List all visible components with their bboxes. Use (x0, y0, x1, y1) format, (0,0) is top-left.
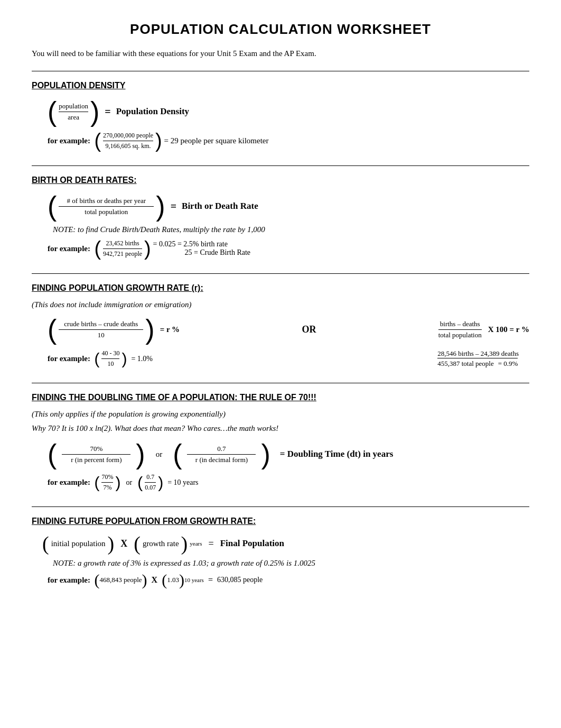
dt-ex-right-fraction: 0.7 0.07 (145, 473, 156, 492)
gr-ex-denominator: 10 (107, 360, 114, 368)
dt-example-label: for example: (48, 478, 90, 487)
growth-rate-title: FINDING POPULATION GROWTH RATE (r): (32, 283, 529, 293)
dt-ex-or: or (126, 478, 132, 487)
close-paren-fp1: ) (108, 533, 115, 554)
pd-result: Population Density (116, 106, 189, 117)
doubling-time-title: FINDING THE DOUBLING TIME OF A POPULATIO… (32, 393, 529, 402)
pd-ex-numerator: 270,000,000 people (103, 132, 153, 141)
dt-left-num: 70% (62, 445, 130, 455)
close-paren-dt1: ) (136, 440, 145, 468)
dt-or-label: or (156, 450, 163, 459)
close-paren-dt2: ) (261, 440, 270, 468)
bd-denominator: total population (85, 208, 128, 216)
gr-right-numerator: births – deaths (438, 320, 482, 330)
open-paren-fpex2: ( (162, 572, 167, 588)
close-paren-gr1: ) (145, 316, 154, 343)
fp-result: Final Population (220, 538, 284, 549)
close-paren-bd1: ) (156, 192, 165, 220)
open-paren-fp2: ( (134, 533, 141, 554)
fp-ex-initial: 468,843 people (99, 576, 142, 584)
fp-growth: growth rate (143, 539, 179, 548)
bd-ex-numerator: 23,452 births (103, 239, 142, 249)
open-paren-bd2: ( (94, 238, 101, 259)
gr-right-formula: births – deaths total population X 100 =… (438, 320, 529, 339)
open-paren-grex: ( (94, 351, 99, 367)
future-population-section: FINDING FUTURE POPULATION FROM GROWTH RA… (32, 517, 529, 588)
fp-initial: initial population (51, 539, 106, 548)
fp-ex-result: 630,085 people (217, 576, 263, 584)
gr-right-denominator: total population (438, 331, 482, 339)
dt-right-num: 0.7 (187, 445, 256, 455)
doubling-equation-row: ( 70% r (in percent form) ) or ( 0.7 r (… (48, 440, 529, 468)
growth-rate-subtitle: (This does not include immigration or em… (32, 300, 529, 309)
close-paren-fpex1: ) (142, 572, 147, 588)
or-label: OR (302, 324, 316, 335)
close-paren-dtex2: ) (158, 475, 163, 491)
gr-left-numerator: crude births – crude deaths (59, 320, 143, 330)
open-paren-dt1: ( (48, 440, 57, 468)
fp-ex-equals: = (208, 575, 213, 585)
pd-example-fraction: 270,000,000 people 9,166,605 sq. km. (103, 132, 153, 150)
pd-example-row: for example: ( 270,000,000 people 9,166,… (48, 131, 529, 151)
bd-result2: 25 = Crude Birth Rate (185, 248, 251, 257)
close-paren-1: ) (90, 98, 99, 125)
dt-left-fraction: 70% r (in percent form) (62, 445, 130, 464)
gr-ex-result: = 1.0% (131, 355, 153, 363)
bd-result1: = 0.025 = 2.5% birth rate (153, 240, 251, 248)
pd-denominator: area (68, 113, 79, 122)
future-pop-title: FINDING FUTURE POPULATION FROM GROWTH RA… (32, 517, 529, 526)
bd-numerator: # of births or deaths per year (59, 197, 154, 207)
dt-ex-result: = 10 years (167, 478, 198, 487)
bd-example-row: for example: ( 23,452 births 942,721 peo… (48, 238, 529, 259)
fp-note: NOTE: a growth rate of 3% is expressed a… (53, 559, 529, 568)
dt-ex-right-den: 0.07 (145, 484, 156, 492)
birth-death-section: BIRTH OR DEATH RATES: ( # of births or d… (32, 176, 529, 259)
dt-ex-left-den: 7% (103, 484, 111, 492)
dt-example-row: for example: ( 70% 7% ) or ( 0.7 0.07 ) … (48, 473, 529, 492)
gr-ex-numerator: 40 - 30 (101, 349, 119, 359)
fp-equals: = (208, 538, 213, 549)
population-density-title: POPULATION DENSITY (32, 81, 529, 90)
close-paren-fpex2: ) (179, 572, 184, 588)
close-paren-2: ) (155, 131, 162, 151)
doubling-time-subtitle1: (This only applies if the population is … (32, 410, 529, 419)
fp-example-label: for example: (48, 576, 90, 585)
future-pop-equation: ( initial population ) X ( growth rate )… (42, 533, 529, 554)
bd-example-results: = 0.025 = 2.5% birth rate 25 = Crude Bir… (153, 240, 251, 257)
gr-left-denominator: 10 (98, 331, 105, 339)
dt-ex-left-num: 70% (101, 473, 113, 483)
population-density-fraction: population area (59, 102, 88, 122)
gr-right-ex-denom: 455,387 total people (437, 360, 494, 368)
fp-x1: X (120, 538, 127, 549)
bd-example-fraction: 23,452 births 942,721 people (103, 239, 142, 258)
gr-example-label: for example: (48, 354, 90, 363)
open-paren-dtex1: ( (94, 475, 99, 491)
gr-right-ex-numerator: 28,546 births – 24,389 deaths (437, 349, 519, 357)
fp-ex-x: X (152, 575, 158, 585)
pd-equals: = (105, 106, 110, 118)
gr-ex-fraction: 40 - 30 10 (101, 349, 119, 368)
open-paren-2: ( (94, 131, 101, 151)
close-paren-bd2: ) (144, 238, 151, 259)
bd-ex-denominator: 942,721 people (103, 250, 142, 258)
open-paren-dt2: ( (173, 440, 182, 468)
page-title: POPULATION CALCULATION WORKSHEET (32, 21, 529, 38)
gr-left-formula: ( crude births – crude deaths 10 ) = r % (48, 316, 180, 343)
pd-example-result: = 29 people per square kilometer (164, 136, 269, 145)
dt-ex-right-num: 0.7 (145, 473, 156, 483)
bd-note: NOTE: to find Crude Birth/Death Rates, m… (53, 225, 529, 234)
close-paren-fp2: ) (181, 533, 188, 554)
fp-example-row: for example: ( 468,843 people ) X ( 1.03… (48, 572, 529, 588)
open-paren-dtex2: ( (137, 475, 143, 491)
doubling-time-subtitle2: Why 70? It is 100 x ln(2). What does tha… (32, 424, 529, 433)
gr-right-fraction: births – deaths total population (438, 320, 482, 339)
birth-death-fraction: # of births or deaths per year total pop… (59, 197, 154, 216)
dt-result: = Doubling Time (dt) in years (280, 449, 394, 459)
gr-right-multiplier: X 100 = r % (488, 325, 529, 334)
fp-ex-exp: 10 years (184, 577, 204, 583)
gr-right-ex-result: = 0.9% (498, 360, 518, 368)
open-paren-gr1: ( (48, 316, 57, 343)
intro-text: You will need to be familiar with these … (32, 49, 529, 58)
gr-right-top: births – deaths total population X 100 =… (438, 320, 529, 339)
fp-ex-growth: 1.03 (167, 576, 179, 584)
